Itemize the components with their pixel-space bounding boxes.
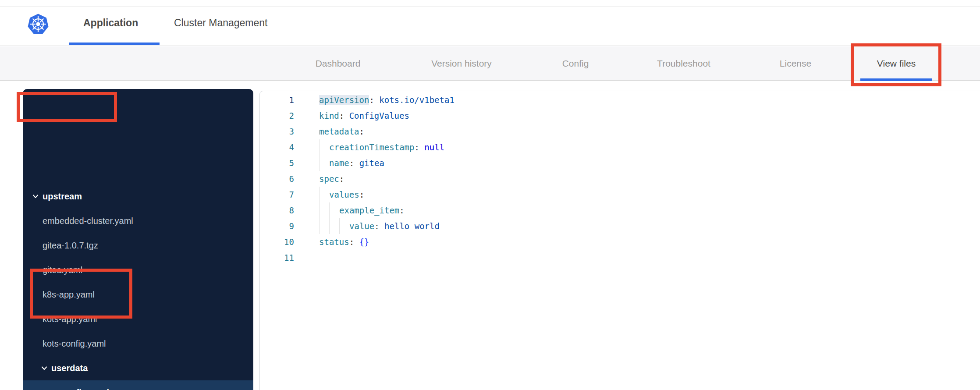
indent-guide xyxy=(329,202,339,218)
indent-guide xyxy=(319,202,329,218)
tree-row-label: gitea-1.0.7.tgz xyxy=(43,241,98,251)
code-line-8[interactable]: 8example_item: xyxy=(260,202,980,218)
tree-file-kots-config.yaml[interactable]: kots-config.yaml xyxy=(23,331,253,356)
nav-item-view-files[interactable]: View files xyxy=(877,46,916,81)
app-nav: DashboardVersion historyConfigTroublesho… xyxy=(0,46,980,81)
tree-file-gitea.yaml[interactable]: gitea.yaml xyxy=(23,258,253,282)
window-top-divider xyxy=(0,7,980,7)
tree-file-gitea-1.0.7.tgz[interactable]: gitea-1.0.7.tgz xyxy=(23,233,253,258)
tree-folder-userdata[interactable]: userdata xyxy=(23,356,253,380)
indent-guide xyxy=(339,218,349,234)
code-text: status: {} xyxy=(319,234,369,250)
top-bar: Application Cluster Management xyxy=(0,0,980,46)
indent-guide xyxy=(319,139,329,155)
line-number: 10 xyxy=(260,234,294,250)
code-text: values: xyxy=(319,187,364,202)
line-number: 7 xyxy=(260,187,294,202)
tree-folder-upstream[interactable]: upstream xyxy=(23,184,253,209)
code-line-7[interactable]: 7values: xyxy=(260,187,980,202)
nav-item-license[interactable]: License xyxy=(780,46,811,81)
code-line-9[interactable]: 9value: hello world xyxy=(260,218,980,234)
kots-admin-console: Application Cluster Management Dashboard… xyxy=(0,0,980,390)
code-text: name: gitea xyxy=(319,155,384,171)
file-tree: upstreamembedded-cluster.yamlgitea-1.0.7… xyxy=(23,89,253,390)
code-text: apiVersion: kots.io/v1beta1 xyxy=(319,92,454,108)
indent-guide xyxy=(319,187,329,202)
nav-item-troubleshoot[interactable]: Troubleshoot xyxy=(657,46,710,81)
tree-row-label: k8s-app.yaml xyxy=(43,290,95,300)
nav-item-dashboard[interactable]: Dashboard xyxy=(316,46,361,81)
code-editor[interactable]: 1apiVersion: kots.io/v1beta12kind: Confi… xyxy=(259,91,980,390)
tree-file-k8s-app.yaml[interactable]: k8s-app.yaml xyxy=(23,282,253,307)
tree-row-label: upstream xyxy=(43,191,82,202)
code-line-5[interactable]: 5name: gitea xyxy=(260,155,980,171)
tab-application[interactable]: Application xyxy=(83,0,138,46)
tree-row-label: kots-app.yaml xyxy=(43,314,97,324)
code-text: spec: xyxy=(319,171,344,187)
code-line-2[interactable]: 2kind: ConfigValues xyxy=(260,108,980,124)
tab-cluster-management[interactable]: Cluster Management xyxy=(174,0,268,46)
indent-guide xyxy=(319,155,329,171)
line-number: 6 xyxy=(260,171,294,187)
code-text: kind: ConfigValues xyxy=(319,108,409,124)
code-text: metadata: xyxy=(319,124,364,139)
code-line-6[interactable]: 6spec: xyxy=(260,171,980,187)
chevron-down-icon xyxy=(41,365,48,372)
indent-guide xyxy=(319,218,329,234)
chevron-down-icon xyxy=(32,193,39,200)
code-text: creationTimestamp: null xyxy=(319,139,444,155)
tree-file-embedded-cluster.yaml[interactable]: embedded-cluster.yaml xyxy=(23,209,253,233)
line-number: 11 xyxy=(260,250,294,266)
code-line-1[interactable]: 1apiVersion: kots.io/v1beta1 xyxy=(260,92,980,108)
tree-row-label: userdata xyxy=(51,363,88,373)
tree-row-label: gitea.yaml xyxy=(43,265,82,275)
indent-guide xyxy=(329,218,339,234)
tree-row-label: embedded-cluster.yaml xyxy=(43,216,133,226)
line-number: 8 xyxy=(260,202,294,218)
code-line-11[interactable]: 11 xyxy=(260,250,980,266)
code-line-10[interactable]: 10status: {} xyxy=(260,234,980,250)
nav-item-version-history[interactable]: Version history xyxy=(431,46,492,81)
active-tab-underline xyxy=(69,43,160,45)
tree-row-label: kots-config.yaml xyxy=(43,339,106,349)
active-nav-underline xyxy=(860,78,932,81)
tree-file-kots-app.yaml[interactable]: kots-app.yaml xyxy=(23,307,253,331)
line-number: 1 xyxy=(260,92,294,108)
code-line-3[interactable]: 3metadata: xyxy=(260,124,980,139)
line-number: 9 xyxy=(260,218,294,234)
line-number: 2 xyxy=(260,108,294,124)
line-number: 4 xyxy=(260,139,294,155)
tree-row-label: config.yaml xyxy=(60,388,109,390)
nav-item-config[interactable]: Config xyxy=(562,46,589,81)
line-number: 5 xyxy=(260,155,294,171)
kubernetes-logo-icon xyxy=(27,13,49,35)
code-text: value: hello world xyxy=(319,218,440,234)
code-line-4[interactable]: 4creationTimestamp: null xyxy=(260,139,980,155)
tree-file-config.yaml[interactable]: config.yaml xyxy=(23,380,253,390)
code-text: example_item: xyxy=(319,202,405,218)
line-number: 3 xyxy=(260,124,294,139)
